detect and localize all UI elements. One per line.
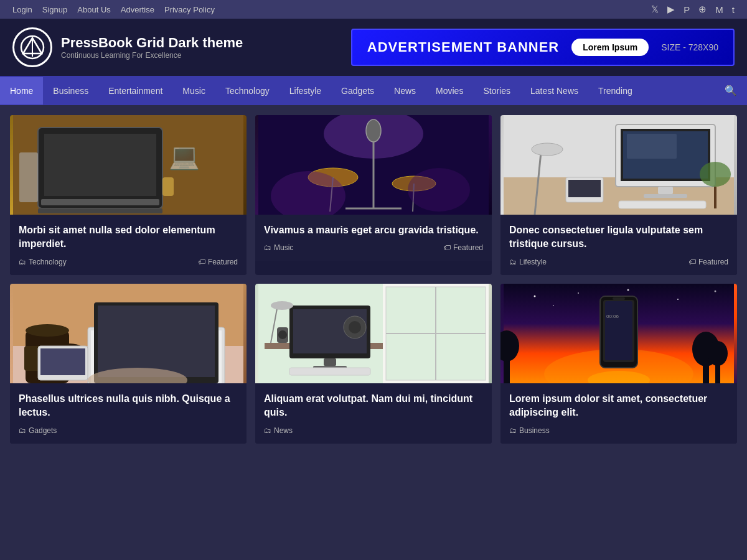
card-content-5: Aliquam erat volutpat. Nam dui mi, tinci… [255, 383, 492, 444]
category-icon-2: 🗂 [264, 243, 271, 252]
svg-point-62 [271, 301, 293, 310]
nav-trending[interactable]: Trending [588, 77, 642, 105]
ad-banner[interactable]: ADVERTISEMENT BANNER Lorem Ipsum SIZE - … [351, 29, 735, 66]
wordpress-icon[interactable]: ⊕ [698, 4, 707, 15]
card-meta-6: 🗂 Business [509, 426, 728, 435]
card-category-5: 🗂 News [264, 426, 293, 435]
svg-rect-65 [289, 368, 370, 375]
svg-rect-87 [613, 297, 625, 300]
nav-movies[interactable]: Movies [426, 77, 473, 105]
card-category-6: 🗂 Business [509, 426, 550, 435]
tech-image: 💻 [10, 115, 247, 215]
card-title-1: Morbi sit amet nulla sed dolor elementum… [19, 223, 238, 251]
svg-rect-31 [619, 201, 706, 208]
ad-text: ADVERTISEMENT BANNER [367, 39, 559, 55]
svg-point-71 [627, 289, 629, 291]
card-content-2: Vivamus a mauris eget arcu gravida trist… [255, 215, 492, 261]
svg-rect-6 [44, 134, 156, 196]
card-category-4: 🗂 Gadgets [19, 426, 57, 435]
ad-lorem: Lorem Ipsum [571, 39, 649, 56]
top-bar-links: Login Signup About Us Advertise Privacy … [12, 5, 215, 14]
svg-text:00:06: 00:06 [606, 314, 619, 319]
card-meta-5: 🗂 News [264, 426, 483, 435]
card-music[interactable]: Vivamus a mauris eget arcu gravida trist… [255, 115, 492, 275]
brand: PressBook Grid Dark theme Continuous Lea… [12, 27, 243, 67]
card-business[interactable]: 00:06 Lorem ipsum dolor sit amet, consec… [500, 284, 737, 444]
card-meta-1: 🗂 Technology 🏷 Featured [19, 258, 238, 266]
tag-label-2: Featured [453, 243, 483, 252]
svg-point-22 [408, 168, 470, 212]
card-image-4 [10, 284, 247, 383]
nav-technology[interactable]: Technology [215, 77, 280, 105]
category-icon-3: 🗂 [509, 258, 517, 266]
music-image [255, 115, 492, 215]
medium-icon[interactable]: M [715, 4, 723, 15]
logo-icon [20, 35, 45, 60]
svg-point-43 [26, 324, 69, 337]
svg-rect-11 [162, 177, 174, 196]
category-label-6: Business [519, 426, 550, 435]
svg-point-82 [708, 341, 728, 366]
nav-music[interactable]: Music [172, 77, 215, 105]
logo[interactable] [12, 27, 52, 67]
youtube-icon[interactable]: ▶ [667, 4, 675, 15]
category-icon-5: 🗂 [264, 426, 271, 435]
tag-icon-1: 🏷 [198, 258, 205, 266]
card-news[interactable]: Aliquam erat volutpat. Nam dui mi, tinci… [255, 284, 492, 444]
category-icon-1: 🗂 [19, 258, 26, 266]
signup-link[interactable]: Signup [42, 5, 67, 14]
category-label-4: Gadgets [29, 426, 57, 435]
nav-entertainment[interactable]: Entertainment [98, 77, 172, 105]
twitter-icon[interactable]: 𝕏 [651, 4, 659, 15]
tag-label-1: Featured [208, 258, 238, 266]
tag-icon-2: 🏷 [443, 243, 451, 252]
svg-rect-30 [644, 194, 687, 198]
svg-point-67 [349, 321, 361, 334]
social-links: 𝕏 ▶ P ⊕ M t [651, 4, 735, 15]
svg-rect-28 [627, 134, 677, 159]
nav-stories[interactable]: Stories [473, 77, 520, 105]
nav-business[interactable]: Business [43, 77, 98, 105]
nav-news[interactable]: News [384, 77, 426, 105]
card-title-2: Vivamus a mauris eget arcu gravida trist… [264, 223, 483, 237]
top-bar: Login Signup About Us Advertise Privacy … [0, 0, 747, 19]
nav-latest-news[interactable]: Latest News [520, 77, 588, 105]
svg-point-74 [553, 305, 554, 306]
svg-point-36 [700, 162, 731, 187]
category-label-1: Technology [29, 258, 67, 266]
nav-gadgets[interactable]: Gadgets [331, 77, 384, 105]
brand-text: PressBook Grid Dark theme Continuous Lea… [61, 35, 243, 60]
svg-text:💻: 💻 [169, 141, 200, 171]
about-link[interactable]: About Us [77, 5, 110, 14]
card-title-4: Phasellus ultrices nulla quis nibh. Quis… [19, 392, 238, 420]
category-label-5: News [274, 426, 293, 435]
svg-point-72 [677, 299, 679, 300]
card-meta-4: 🗂 Gadgets [19, 426, 238, 435]
card-image-6: 00:06 [500, 284, 737, 383]
ad-size: SIZE - 728X90 [661, 42, 718, 52]
card-meta-3: 🗂 Lifestyle 🏷 Featured [509, 258, 728, 266]
svg-point-16 [366, 119, 381, 142]
login-link[interactable]: Login [12, 5, 32, 14]
svg-rect-48 [40, 348, 85, 375]
tumblr-icon[interactable]: t [732, 4, 735, 15]
advertise-link[interactable]: Advertise [121, 5, 154, 14]
svg-rect-7 [38, 208, 162, 213]
category-label-3: Lifestyle [519, 258, 547, 266]
card-lifestyle[interactable]: Donec consectetuer ligula vulputate sem … [500, 115, 737, 275]
privacy-link[interactable]: Privacy Policy [164, 5, 215, 14]
nav-home[interactable]: Home [0, 77, 43, 105]
main-nav: Home Business Entertainment Music Techno… [0, 76, 747, 105]
svg-point-69 [534, 295, 536, 297]
category-label-2: Music [274, 243, 293, 252]
search-button[interactable]: 🔍 [715, 76, 747, 105]
card-gadgets[interactable]: Phasellus ultrices nulla quis nibh. Quis… [10, 284, 247, 444]
card-category-2: 🗂 Music [264, 243, 293, 252]
card-tag-3: 🏷 Featured [688, 258, 728, 266]
svg-point-70 [578, 292, 579, 294]
card-technology[interactable]: 💻 Morbi sit amet nulla sed dolor element… [10, 115, 247, 275]
card-meta-2: 🗂 Music 🏷 Featured [264, 243, 483, 252]
pinterest-icon[interactable]: P [684, 4, 690, 15]
svg-rect-46 [98, 306, 215, 377]
nav-lifestyle[interactable]: Lifestyle [280, 77, 331, 105]
